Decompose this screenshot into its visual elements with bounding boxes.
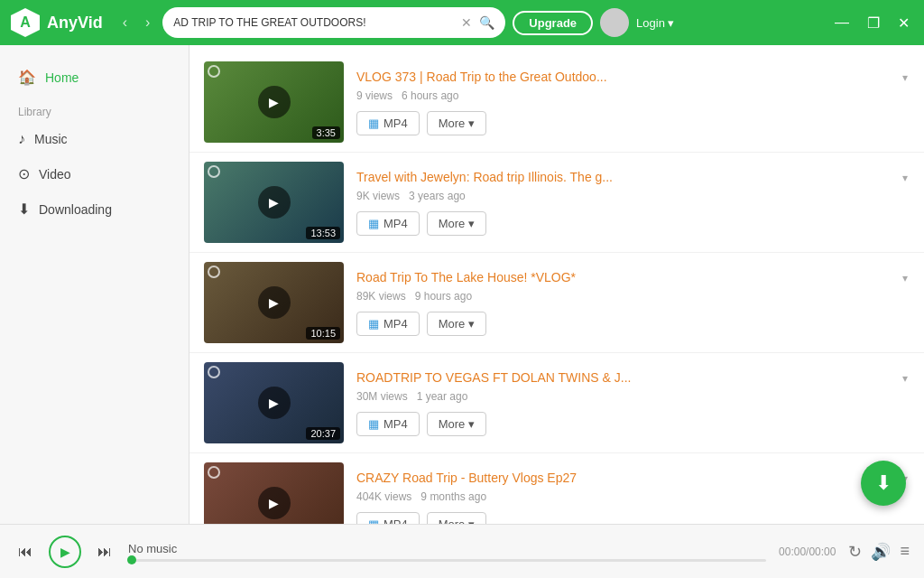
thumbnail-1[interactable]: ▶ 3:35 (204, 61, 344, 143)
more-chevron-icon: ▾ (468, 117, 475, 130)
play-icon[interactable]: ▶ (258, 286, 291, 319)
player-share-button[interactable]: ↻ (848, 542, 862, 562)
player-playlist-button[interactable]: ≡ (900, 542, 910, 561)
mp4-icon: ▦ (368, 117, 379, 130)
duration-badge: 13:53 (306, 227, 340, 239)
more-chevron-icon: ▾ (468, 417, 475, 431)
more-chevron-icon: ▾ (468, 217, 475, 230)
video-info: Travel with Jewelyn: Road trip Illinois.… (356, 170, 910, 236)
thumbnail-4[interactable]: ▶ 20:37 (204, 362, 344, 443)
duration-badge: 10:15 (306, 327, 340, 340)
duration-badge: 3:35 (312, 126, 340, 139)
video-actions: ▦ MP4 More ▾ (356, 412, 910, 436)
download-fab-button[interactable]: ⬇ (861, 461, 906, 506)
mp4-button[interactable]: ▦ MP4 (356, 211, 420, 236)
more-chevron-icon: ▾ (468, 317, 475, 331)
search-icon[interactable]: 🔍 (479, 15, 494, 30)
video-meta: 9K views 3 years ago (356, 190, 910, 202)
sidebar-label-downloading: Downloading (39, 202, 112, 217)
video-title-row: CRAZY Road Trip - Buttery Vlogs Ep27 ▾ (356, 471, 910, 487)
close-button[interactable]: ✕ (894, 13, 913, 33)
download-icon: ⬇ (18, 200, 30, 218)
video-title[interactable]: VLOG 373 | Road Trip to the Great Outdoo… (356, 70, 893, 84)
play-icon[interactable]: ▶ (258, 387, 291, 419)
maximize-button[interactable]: ❐ (864, 13, 883, 33)
main-area: 🏠 Home Library ♪ Music ⊙ Video ⬇ Downloa… (0, 45, 924, 524)
video-meta: 89K views 9 hours ago (356, 290, 910, 303)
video-info: CRAZY Road Trip - Buttery Vlogs Ep27 ▾ 4… (356, 471, 910, 525)
sidebar-item-music[interactable]: ♪ Music (0, 122, 189, 156)
play-icon[interactable]: ▶ (258, 86, 291, 118)
mp4-icon: ▦ (368, 417, 379, 431)
content-area: ▶ 3:35 VLOG 373 | Road Trip to the Great… (189, 45, 924, 524)
search-clear-icon[interactable]: ✕ (461, 15, 472, 30)
player-prev-button[interactable]: ⏮ (14, 540, 36, 564)
sidebar-label-music: Music (34, 132, 68, 146)
video-info: Road Trip To The Lake House! *VLOG* ▾ 89… (356, 270, 910, 336)
chevron-down-icon[interactable]: ▾ (901, 170, 910, 186)
logo-area: A AnyVid (11, 8, 103, 37)
more-button[interactable]: More ▾ (427, 211, 487, 236)
sidebar-item-home[interactable]: 🏠 Home (0, 60, 189, 95)
video-list: ▶ 3:35 VLOG 373 | Road Trip to the Great… (189, 45, 924, 524)
player-volume-button[interactable]: 🔊 (871, 542, 891, 562)
mp4-button[interactable]: ▦ MP4 (356, 111, 420, 135)
mp4-button[interactable]: ▦ MP4 (356, 412, 420, 436)
mp4-icon: ▦ (368, 517, 379, 525)
play-icon[interactable]: ▶ (258, 487, 291, 519)
more-button[interactable]: More ▾ (427, 111, 487, 135)
window-controls: — ❐ ✕ (831, 13, 913, 33)
more-button[interactable]: More ▾ (427, 412, 487, 436)
sidebar-item-downloading[interactable]: ⬇ Downloading (0, 191, 189, 227)
mp4-button[interactable]: ▦ MP4 (356, 512, 420, 525)
video-actions: ▦ MP4 More ▾ (356, 111, 910, 135)
thumbnail-5[interactable]: ▶ (204, 462, 344, 524)
mp4-label: MP4 (383, 417, 408, 431)
table-row: ▶ 13:53 Travel with Jewelyn: Road trip I… (189, 153, 924, 253)
more-button[interactable]: More ▾ (427, 312, 487, 336)
select-circle-icon (208, 65, 220, 78)
upgrade-button[interactable]: Upgrade (513, 11, 593, 35)
video-meta: 9 views 6 hours ago (356, 89, 910, 102)
mp4-button[interactable]: ▦ MP4 (356, 312, 420, 336)
sidebar-item-video[interactable]: ⊙ Video (0, 156, 189, 191)
minimize-button[interactable]: — (831, 13, 853, 33)
thumbnail-2[interactable]: ▶ 13:53 (204, 162, 344, 243)
video-icon: ⊙ (18, 165, 30, 182)
progress-bar[interactable] (128, 559, 766, 562)
chevron-down-icon[interactable]: ▾ (901, 70, 910, 86)
player-play-button[interactable]: ▶ (49, 536, 81, 568)
video-title[interactable]: Travel with Jewelyn: Road trip Illinois.… (356, 170, 893, 184)
chevron-down-icon[interactable]: ▾ (901, 270, 910, 286)
player-next-button[interactable]: ⏭ (94, 540, 116, 564)
mp4-label: MP4 (383, 117, 408, 130)
more-label: More (439, 417, 466, 431)
video-title-row: Road Trip To The Lake House! *VLOG* ▾ (356, 270, 910, 286)
search-query-text: AD TRIP TO THE GREAT OUTDOORS! (173, 16, 454, 29)
mp4-label: MP4 (383, 217, 408, 230)
logo-icon: A (11, 8, 40, 37)
video-title-row: Travel with Jewelyn: Road trip Illinois.… (356, 170, 910, 186)
login-area[interactable]: Login ▾ (636, 16, 674, 30)
more-label: More (439, 317, 466, 331)
login-chevron-icon: ▾ (668, 16, 674, 30)
progress-dot (127, 555, 136, 564)
nav-forward-button[interactable]: › (140, 11, 155, 34)
video-title[interactable]: CRAZY Road Trip - Buttery Vlogs Ep27 (356, 471, 893, 485)
sidebar: 🏠 Home Library ♪ Music ⊙ Video ⬇ Downloa… (0, 45, 189, 524)
more-button[interactable]: More ▾ (427, 512, 487, 525)
video-title[interactable]: Road Trip To The Lake House! *VLOG* (356, 270, 893, 284)
video-title-row: ROADTRIP TO VEGAS FT DOLAN TWINS & J... … (356, 370, 910, 387)
video-actions: ▦ MP4 More ▾ (356, 512, 910, 525)
video-title[interactable]: ROADTRIP TO VEGAS FT DOLAN TWINS & J... (356, 370, 893, 385)
nav-back-button[interactable]: ‹ (117, 11, 133, 34)
mp4-label: MP4 (383, 317, 408, 331)
more-chevron-icon: ▾ (468, 517, 475, 525)
thumbnail-3[interactable]: ▶ 10:15 (204, 262, 344, 343)
home-icon: 🏠 (18, 69, 36, 86)
logo-letter: A (20, 14, 31, 31)
more-label: More (439, 117, 466, 130)
chevron-down-icon[interactable]: ▾ (901, 370, 910, 387)
play-icon[interactable]: ▶ (258, 186, 291, 219)
video-actions: ▦ MP4 More ▾ (356, 312, 910, 336)
